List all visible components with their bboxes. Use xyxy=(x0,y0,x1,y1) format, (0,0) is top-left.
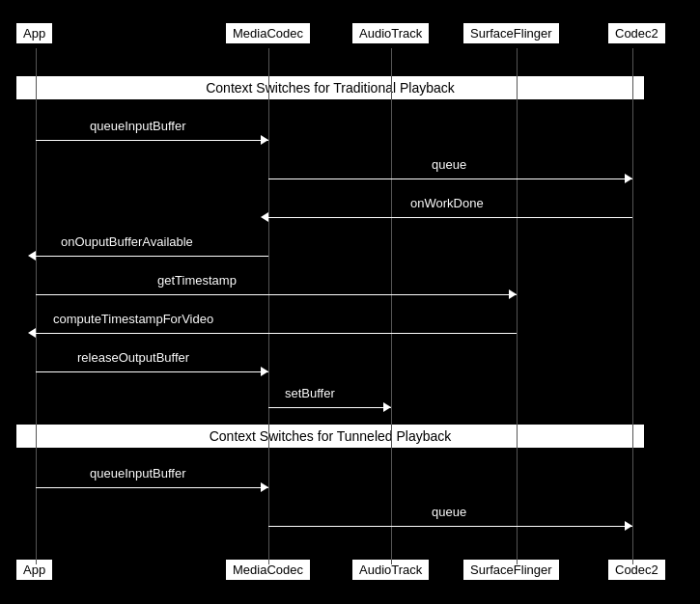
actor-app-top: App xyxy=(16,23,52,43)
section2-header: Context Switches for Tunneled Playback xyxy=(16,425,644,448)
msg-gettimestamp: getTimestamp xyxy=(157,273,237,288)
actor-surfaceflinger-top: SurfaceFlinger xyxy=(463,23,559,43)
arrowhead-rob xyxy=(261,367,268,376)
msg-compute-ts: computeTimestampForVideo xyxy=(53,312,213,326)
arrowhead-owd xyxy=(261,212,268,222)
msg-onworkdone: onWorkDone xyxy=(410,196,484,210)
arrowhead-queue2 xyxy=(625,521,632,531)
arrow-gts xyxy=(36,294,517,295)
lifeline-surfaceflinger xyxy=(517,48,518,564)
msg-queue-2: queue xyxy=(432,505,466,519)
arrow-queue2 xyxy=(268,526,632,527)
arrowhead-qib2 xyxy=(261,482,268,492)
msg-setbuffer: setBuffer xyxy=(285,386,335,400)
msg-release-ob: releaseOutputBuffer xyxy=(77,350,189,365)
msg-queue-input-buffer-2: queueInputBuffer xyxy=(90,466,186,480)
arrowhead-qib1 xyxy=(261,135,268,145)
lifeline-codec2 xyxy=(632,48,633,564)
actor-surfaceflinger-bottom: SurfaceFlinger xyxy=(463,560,559,580)
arrowhead-sb xyxy=(383,402,391,412)
arrow-owd xyxy=(268,217,632,218)
arrow-onoba xyxy=(36,256,268,257)
actor-audiotrack-top: AudioTrack xyxy=(352,23,429,43)
arrow-rob xyxy=(36,371,268,372)
actor-codec2-top: Codec2 xyxy=(608,23,665,43)
section1-header: Context Switches for Traditional Playbac… xyxy=(16,76,644,99)
arrowhead-onoba xyxy=(28,251,36,261)
actor-mediacodec-top: MediaCodec xyxy=(226,23,310,43)
msg-onoba: onOuputBufferAvailable xyxy=(61,234,193,249)
msg-queue-input-buffer-1: queueInputBuffer xyxy=(90,119,186,133)
arrowhead-queue1 xyxy=(625,174,632,183)
arrowhead-cts xyxy=(28,328,36,338)
arrow-cts xyxy=(36,333,517,334)
msg-queue-1: queue xyxy=(432,157,466,172)
diagram: App MediaCodec AudioTrack SurfaceFlinger… xyxy=(0,0,700,604)
lifeline-audiotrack xyxy=(391,48,392,564)
arrow-queue1 xyxy=(268,178,632,179)
arrow-qib2 xyxy=(36,487,268,488)
actor-codec2-bottom: Codec2 xyxy=(608,560,665,580)
actor-app-bottom: App xyxy=(16,560,52,580)
arrow-sb xyxy=(268,407,391,408)
arrowhead-gts xyxy=(509,289,517,299)
arrow-qib1 xyxy=(36,140,268,141)
lifeline-mediacodec xyxy=(268,48,269,564)
